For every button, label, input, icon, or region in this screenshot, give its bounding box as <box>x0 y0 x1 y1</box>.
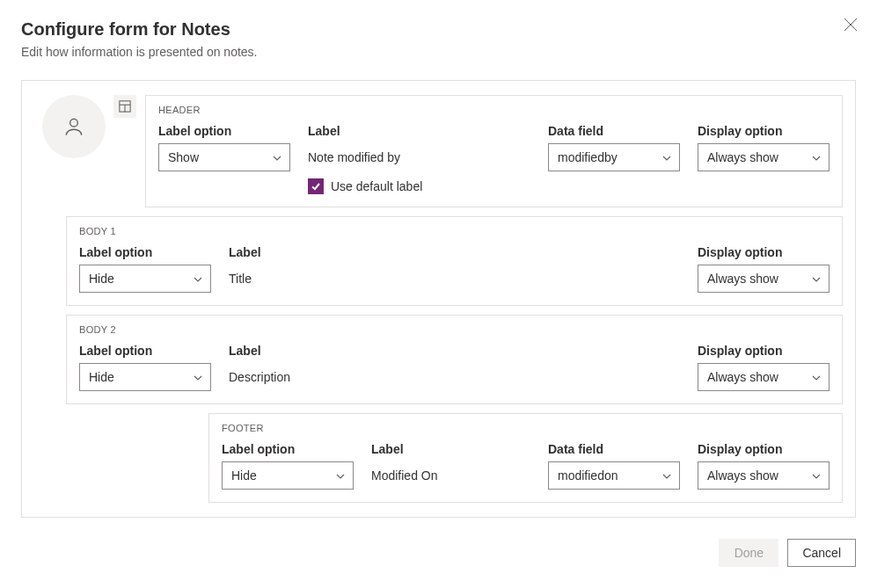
select-value: Hide <box>89 272 114 286</box>
select-value: Always show <box>707 370 778 384</box>
field-label-label: Label <box>308 124 530 138</box>
dialog-title: Configure form for Notes <box>21 19 856 40</box>
select-value: Show <box>168 150 199 164</box>
field-label-display-option: Display option <box>698 442 829 456</box>
chevron-down-icon <box>193 372 203 382</box>
form-layout-icon <box>113 95 136 118</box>
body2-display-option-select[interactable]: Always show <box>698 363 829 391</box>
configure-form-dialog: Configure form for Notes Edit how inform… <box>0 0 877 588</box>
select-value: Always show <box>707 468 778 483</box>
header-data-field-select[interactable]: modifiedby <box>548 143 680 171</box>
section-footer: FOOTER Label option Hide Label Modified … <box>208 413 843 503</box>
footer-data-field-select[interactable]: modifiedon <box>548 461 680 490</box>
form-layout-card: HEADER Label option Show Label Note modi… <box>21 80 856 518</box>
footer-display-option-select[interactable]: Always show <box>698 461 829 490</box>
section-body1: BODY 1 Label option Hide Label Title <box>66 216 843 306</box>
field-label-label-option: Label option <box>158 124 290 138</box>
body1-label-value: Title <box>229 265 680 293</box>
chevron-down-icon <box>811 273 822 284</box>
field-label-label-option: Label option <box>222 442 354 456</box>
select-value: modifiedon <box>558 468 618 483</box>
field-label-data-field: Data field <box>548 442 680 456</box>
body1-label-option-select[interactable]: Hide <box>79 265 211 293</box>
select-value: modifiedby <box>558 150 618 164</box>
body2-label-option-select[interactable]: Hide <box>79 363 211 391</box>
section-title-body1: BODY 1 <box>79 226 829 236</box>
chevron-down-icon <box>335 470 346 481</box>
chevron-down-icon <box>811 152 822 163</box>
section-header: HEADER Label option Show Label Note modi… <box>145 95 843 207</box>
section-body2: BODY 2 Label option Hide Label Descripti… <box>66 315 843 404</box>
chevron-down-icon <box>811 372 822 382</box>
field-label-label: Label <box>229 245 680 259</box>
footer-label-option-select[interactable]: Hide <box>222 461 354 490</box>
chevron-down-icon <box>272 152 282 163</box>
dialog-subtitle: Edit how information is presented on not… <box>21 45 856 59</box>
select-value: Hide <box>231 468 257 483</box>
done-button: Done <box>719 539 778 567</box>
section-title-footer: FOOTER <box>222 423 829 433</box>
header-label-value: Note modified by <box>308 143 530 171</box>
select-value: Always show <box>707 150 778 164</box>
chevron-down-icon <box>661 470 672 481</box>
body2-label-value: Description <box>229 363 680 391</box>
field-label-display-option: Display option <box>698 124 829 138</box>
header-display-option-select[interactable]: Always show <box>698 143 829 171</box>
field-label-label-option: Label option <box>79 245 211 259</box>
select-value: Always show <box>707 272 778 286</box>
use-default-label-text: Use default label <box>331 179 422 193</box>
body1-display-option-select[interactable]: Always show <box>698 265 829 293</box>
svg-point-2 <box>70 119 78 127</box>
section-title-body2: BODY 2 <box>79 324 829 335</box>
close-icon[interactable] <box>844 18 858 32</box>
avatar-placeholder-icon <box>42 95 106 158</box>
footer-label-value: Modified On <box>371 461 530 490</box>
field-label-display-option: Display option <box>698 245 829 259</box>
field-label-display-option: Display option <box>698 344 829 358</box>
field-label-label-option: Label option <box>79 344 211 358</box>
header-label-option-select[interactable]: Show <box>158 143 290 171</box>
chevron-down-icon <box>811 470 822 481</box>
field-label-data-field: Data field <box>548 124 680 138</box>
chevron-down-icon <box>193 273 203 284</box>
cancel-button[interactable]: Cancel <box>787 539 856 567</box>
chevron-down-icon <box>661 152 672 163</box>
field-label-label: Label <box>229 344 680 358</box>
section-title-header: HEADER <box>158 105 829 115</box>
use-default-label-checkbox[interactable] <box>308 178 324 194</box>
select-value: Hide <box>89 370 114 384</box>
dialog-footer: Done Cancel <box>21 539 856 567</box>
field-label-label: Label <box>371 442 530 456</box>
